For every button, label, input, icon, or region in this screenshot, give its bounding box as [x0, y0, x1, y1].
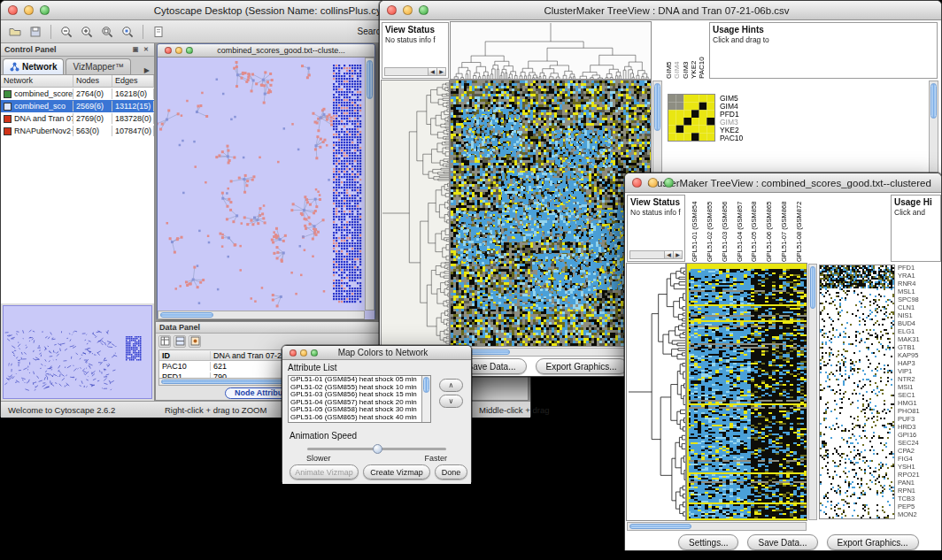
network-list-row[interactable]: combined_scores 2764(0) 16218(0) [1, 88, 154, 100]
gene-label[interactable]: VIP1 [898, 367, 940, 375]
zoom-window-button[interactable] [311, 349, 318, 357]
minimize-button[interactable] [648, 178, 658, 188]
open-session-icon[interactable] [6, 23, 24, 41]
network-list-row[interactable]: RNAPuberNov2+ 563(0) 107847(0) [1, 125, 154, 137]
gene-label[interactable]: NTR2 [898, 375, 940, 383]
array-dendrogram[interactable] [451, 22, 651, 79]
network-vertical-scrollbar[interactable] [365, 58, 374, 311]
move-down-button[interactable]: ∨ [439, 395, 463, 408]
gene-label[interactable]: MAK31 [898, 335, 940, 343]
network-overview[interactable] [3, 305, 152, 399]
gene-label[interactable]: PFD1 [898, 264, 940, 272]
network-horizontal-scrollbar[interactable] [158, 311, 365, 319]
expression-heatmap[interactable] [451, 81, 651, 346]
network-list-row[interactable]: DNA and Tran 07 2769(0) 183728(0) [1, 112, 154, 125]
view-status-scrollbar[interactable]: ◀ ▶ [384, 67, 446, 76]
zoom-window-button[interactable] [40, 5, 50, 15]
gene-label[interactable]: SPC98 [898, 295, 940, 303]
gene-label[interactable]: PAC10 [720, 134, 743, 142]
attribute-item[interactable]: GPL51-07 (GSM868) heat shock 60 min [289, 421, 430, 423]
gene-label[interactable]: YRA1 [898, 272, 940, 280]
gene-label[interactable]: NIS1 [898, 311, 940, 319]
heatmap-horizontal-scrollbar[interactable] [451, 348, 652, 357]
attribute-list-scrollbar[interactable] [421, 376, 430, 422]
gene-label[interactable]: RNR4 [898, 280, 940, 288]
export-graphics-button[interactable]: Export Graphics... [536, 358, 628, 374]
attribute-matrix-icon[interactable] [174, 335, 186, 348]
tab-network[interactable]: Network [3, 58, 64, 74]
gene-label[interactable]: MSI1 [898, 383, 940, 391]
zoom-window-button[interactable] [419, 5, 429, 15]
array-label[interactable]: GPL51-01 (GSM854 [691, 195, 699, 262]
column-label[interactable]: GIM3 [682, 22, 690, 79]
gene-label[interactable]: SEC24 [898, 439, 940, 447]
settings-button[interactable]: Settings... [678, 534, 738, 550]
float-panel-icon[interactable]: ▣ [131, 46, 140, 53]
close-button[interactable] [8, 5, 18, 15]
array-label[interactable]: GPL51-03 (GSM856 [721, 195, 729, 262]
gene-label[interactable]: RPN1 [898, 487, 940, 495]
gene-dendrogram[interactable] [382, 81, 449, 346]
gene-label[interactable]: ELG1 [898, 327, 940, 335]
close-button[interactable] [165, 47, 172, 54]
gene-label[interactable]: HAP3 [898, 359, 940, 367]
global-view-matrix[interactable] [668, 95, 714, 141]
gene-label[interactable]: MON2 [898, 510, 940, 518]
array-label[interactable]: GPL51-06 (GSM865 [765, 195, 773, 262]
gene-label[interactable]: PAN1 [898, 479, 940, 487]
scroll-left-icon[interactable]: ◀ [664, 251, 673, 258]
scroll-right-icon[interactable]: ▶ [436, 68, 445, 75]
network-list-row-selected[interactable]: combined_sco 2569(6) 13112(15) [1, 100, 154, 112]
array-label[interactable]: GPL51-04 (GSM857 [736, 195, 744, 262]
zoom-in-icon[interactable] [78, 23, 96, 41]
array-label[interactable]: GPL51-07 (GSM868 [780, 195, 788, 262]
gene-label[interactable]: PHO81 [898, 407, 940, 415]
gene-label[interactable]: HRD3 [898, 423, 940, 431]
array-label[interactable]: GPL51-05 (GSM858 [750, 195, 758, 262]
export-graphics-button[interactable]: Export Graphics... [827, 534, 919, 550]
column-header-edges[interactable]: Edges [112, 75, 154, 87]
minimize-button[interactable] [175, 47, 182, 54]
column-header-network[interactable]: Network [1, 75, 73, 87]
create-vizmap-button[interactable]: Create Vizmap [363, 464, 430, 479]
move-up-button[interactable]: ∧ [439, 379, 463, 392]
gene-label[interactable]: PEP5 [898, 502, 940, 510]
array-label[interactable]: GPL51-08 (GSM872 [795, 195, 803, 262]
zoom-fit-icon[interactable] [98, 23, 116, 41]
slider-thumb[interactable] [373, 444, 382, 454]
close-panel-icon[interactable]: ✕ [142, 46, 151, 53]
gene-label[interactable]: CPA2 [898, 447, 940, 455]
expression-heatmap[interactable] [687, 264, 807, 520]
network-view-window[interactable]: combined_scores_good.txt--cluste... [157, 43, 375, 319]
tab-overflow-icon[interactable]: ▶ [142, 66, 152, 74]
gene-label[interactable]: FIG4 [898, 455, 940, 463]
treeview1-titlebar[interactable]: ClusterMaker TreeView : DNA and Tran 07-… [380, 1, 941, 20]
minimize-button[interactable] [24, 5, 34, 15]
gene-label[interactable]: RPO21 [898, 471, 940, 479]
minimize-button[interactable] [300, 349, 307, 357]
zoom-window-button[interactable] [186, 47, 193, 54]
gene-label[interactable]: BUD4 [898, 319, 940, 327]
scroll-left-icon[interactable]: ◀ [428, 68, 436, 75]
attribute-function-icon[interactable] [189, 335, 201, 348]
column-label[interactable]: GIM4 [673, 22, 681, 79]
close-button[interactable] [290, 349, 297, 357]
array-label[interactable]: GPL51-02 (GSM855 [706, 195, 714, 262]
column-header-nodes[interactable]: Nodes [73, 75, 112, 87]
gene-label[interactable]: SEC1 [898, 391, 940, 399]
view-status-scrollbar[interactable]: ◀ ▶ [629, 250, 683, 259]
save-session-icon[interactable] [27, 23, 44, 41]
column-label[interactable]: GIM5 [665, 22, 673, 79]
gene-label[interactable]: PUF3 [898, 415, 940, 423]
select-attributes-icon[interactable] [158, 335, 171, 348]
gene-label[interactable]: TCB3 [898, 495, 940, 502]
network-view-titlebar[interactable]: combined_scores_good.txt--cluste... [158, 44, 374, 58]
save-data-button[interactable]: Save Data... [747, 534, 817, 550]
close-button[interactable] [387, 5, 397, 15]
gene-label[interactable]: MSL1 [898, 288, 940, 295]
zoom-out-icon[interactable] [58, 23, 75, 41]
zoom-window-button[interactable] [664, 178, 674, 188]
gene-label[interactable]: YSH1 [898, 463, 940, 471]
gene-label[interactable]: GTB1 [898, 343, 940, 351]
network-overview-canvas[interactable] [4, 306, 149, 395]
